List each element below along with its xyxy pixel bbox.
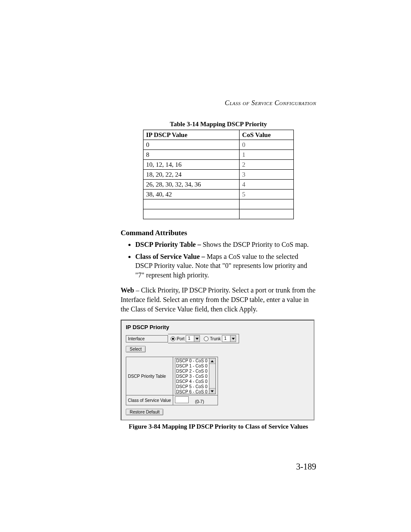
list-item: Class of Service Value – Maps a CoS valu… <box>135 252 316 280</box>
table-row: 00 <box>143 140 294 150</box>
col-header-dscp: IP DSCP Value <box>143 130 240 140</box>
list-item[interactable]: DSCP 3 - CoS 0 <box>176 374 208 379</box>
bullet-lead: DSCP Priority Table – <box>135 241 202 248</box>
scroll-up-icon[interactable] <box>209 358 215 364</box>
command-attributes-list: DSCP Priority Table – Shows the DSCP Pri… <box>121 240 316 280</box>
web-paragraph: Web – Click Priority, IP DSCP Priority. … <box>121 286 316 314</box>
bullet-lead: Class of Service Value – <box>135 253 207 260</box>
port-radio-label: Port <box>177 336 184 341</box>
trunk-select-value: 1 <box>222 336 230 342</box>
web-lead: Web <box>121 286 134 294</box>
dscp-table-label: DSCP Priority Table <box>126 357 173 395</box>
svg-marker-3 <box>211 390 214 392</box>
scroll-down-icon[interactable] <box>209 388 215 394</box>
list-item[interactable]: DSCP 2 - CoS 0 <box>176 369 208 374</box>
trunk-radio-label: Trunk <box>210 336 221 341</box>
list-item: DSCP Priority Table – Shows the DSCP Pri… <box>135 240 316 249</box>
ip-dscp-priority-panel: IP DSCP Priority Interface Port 1 Trunk … <box>121 320 314 420</box>
table-caption: Table 3-14 Mapping DSCP Priority <box>121 121 316 128</box>
list-item[interactable]: DSCP 1 - CoS 0 <box>176 364 208 369</box>
table-row: 26, 28, 30, 32, 34, 364 <box>143 180 294 190</box>
chevron-down-icon[interactable] <box>230 336 236 342</box>
select-button[interactable]: Select <box>126 346 146 352</box>
table-row <box>143 209 294 219</box>
interface-label: Interface <box>126 335 168 342</box>
table-row: 38, 40, 425 <box>143 190 294 199</box>
table-row: 81 <box>143 150 294 160</box>
panel-title: IP DSCP Priority <box>126 324 309 330</box>
svg-marker-2 <box>211 360 214 362</box>
table-header-row: IP DSCP Value CoS Value <box>143 130 294 140</box>
svg-marker-1 <box>232 338 235 339</box>
col-header-cos: CoS Value <box>240 130 294 140</box>
list-item[interactable]: DSCP 5 - CoS 0 <box>176 384 208 389</box>
port-select-value: 1 <box>186 336 194 342</box>
svg-marker-0 <box>196 338 199 339</box>
table-row: 10, 12, 14, 162 <box>143 160 294 170</box>
port-select[interactable]: 1 <box>186 335 200 342</box>
dscp-priority-listbox[interactable]: DSCP 0 - CoS 0 DSCP 1 - CoS 0 DSCP 2 - C… <box>175 358 209 394</box>
list-item[interactable]: DSCP 6 - CoS 0 <box>176 389 208 394</box>
trunk-radio[interactable] <box>204 336 209 341</box>
command-attributes-heading: Command Attributes <box>121 229 316 237</box>
listbox-scrollbar[interactable] <box>209 358 216 394</box>
list-item[interactable]: DSCP 4 - CoS 0 <box>176 379 208 384</box>
table-row: 18, 20, 22, 243 <box>143 170 294 180</box>
chevron-down-icon[interactable] <box>194 336 199 342</box>
scrollbar-track[interactable] <box>209 364 215 388</box>
bullet-text: Shows the DSCP Priority to CoS map. <box>202 241 308 248</box>
port-radio[interactable] <box>171 336 175 341</box>
restore-default-button[interactable]: Restore Default <box>126 409 163 415</box>
list-item[interactable]: DSCP 0 - CoS 0 <box>176 358 208 364</box>
cos-value-label: Class of Service Value <box>126 395 173 405</box>
dscp-mapping-table: IP DSCP Value CoS Value 00 81 10, 12, 14… <box>143 130 294 219</box>
running-head: Class of Service Configuration <box>225 99 316 107</box>
page-number: 3-189 <box>296 462 316 472</box>
figure-caption: Figure 3-84 Mapping IP DSCP Priority to … <box>121 423 316 430</box>
web-text: – Click Priority, IP DSCP Priority. Sele… <box>121 286 315 312</box>
cos-value-input[interactable] <box>175 396 189 403</box>
cos-range-hint: (0-7) <box>195 399 204 404</box>
trunk-select[interactable]: 1 <box>222 335 236 342</box>
table-row <box>143 199 294 209</box>
